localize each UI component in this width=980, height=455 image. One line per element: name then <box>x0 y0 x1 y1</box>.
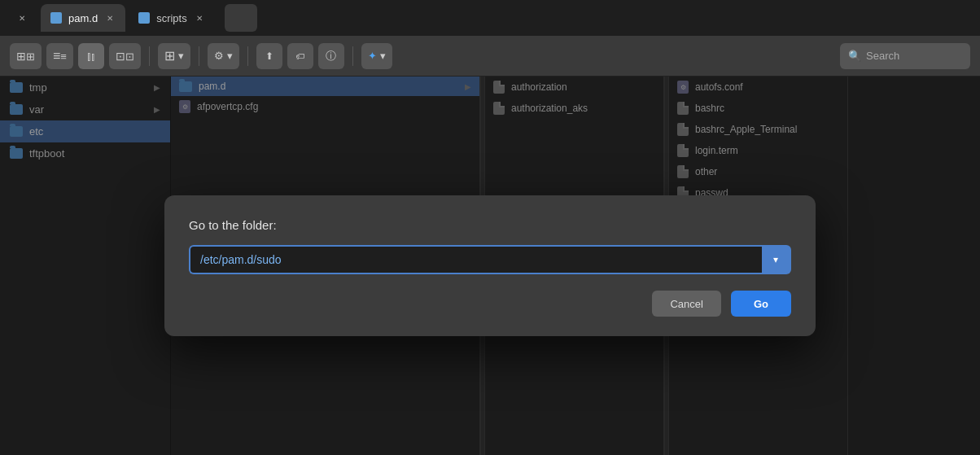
search-icon: 🔍 <box>848 50 861 62</box>
tab-scripts-label: scripts <box>156 12 187 24</box>
tag-button[interactable] <box>287 43 313 69</box>
dropbox-button[interactable] <box>361 43 392 69</box>
search-placeholder: Search <box>866 50 899 62</box>
folder-path-input[interactable] <box>189 245 762 274</box>
chevron-down-icon <box>380 50 386 62</box>
tab-pamd-label: pam.d <box>68 12 98 24</box>
close-icon[interactable]: ✕ <box>104 12 116 24</box>
main-area: tmp ▶ var ▶ etc tftpboot pam.d ▶ ⚙ <box>0 77 980 455</box>
cancel-button[interactable]: Cancel <box>652 291 720 317</box>
tab-pamd[interactable]: pam.d ✕ <box>41 4 125 32</box>
go-button[interactable]: Go <box>731 291 791 317</box>
chevron-down-icon <box>227 50 233 62</box>
gallery-icon: ⊡ <box>116 50 134 63</box>
share-icon <box>265 50 273 62</box>
close-icon[interactable]: ✕ <box>16 12 28 24</box>
tab-scripts[interactable]: scripts ✕ <box>129 4 215 32</box>
tag-icon <box>295 50 304 62</box>
goto-folder-dialog: Go to the folder: ▾ Cancel Go <box>164 195 816 336</box>
columns-icon: ⫿ <box>86 50 96 63</box>
gear-icon <box>214 50 224 62</box>
grid-icon: ⊞ <box>16 50 35 63</box>
new-tab-button[interactable] <box>225 4 257 32</box>
dropdown-button[interactable]: ▾ <box>762 245 791 274</box>
toolbar-separator4 <box>352 46 353 66</box>
share-button[interactable] <box>256 43 282 69</box>
folder-icon <box>138 12 150 24</box>
gear-button[interactable] <box>208 43 239 69</box>
dialog-title: Go to the folder: <box>189 218 791 232</box>
grid-view-button[interactable]: ⊞ <box>10 43 42 69</box>
dialog-buttons: Cancel Go <box>189 291 791 317</box>
toolbar-separator3 <box>247 46 248 66</box>
arrange-button[interactable]: ⊞ <box>158 43 190 69</box>
close-icon[interactable]: ✕ <box>194 12 205 24</box>
dialog-overlay: Go to the folder: ▾ Cancel Go <box>0 77 980 455</box>
folder-icon <box>50 12 62 24</box>
tab-bar: ✕ pam.d ✕ scripts ✕ <box>0 0 980 36</box>
search-bar[interactable]: 🔍 Search <box>840 43 970 69</box>
chevron-down-icon <box>178 50 184 62</box>
toolbar-separator2 <box>199 46 199 66</box>
arrange-icon: ⊞ <box>164 48 175 63</box>
info-button[interactable] <box>318 43 344 69</box>
list-icon: ≡ <box>53 49 67 63</box>
toolbar: ⊞ ≡ ⫿ ⊡ ⊞ 🔍 Search <box>0 36 980 77</box>
columns-view-button[interactable]: ⫿ <box>78 43 104 69</box>
list-view-button[interactable]: ≡ <box>46 43 73 69</box>
info-icon <box>326 49 336 63</box>
tab-unnamed[interactable]: ✕ <box>7 4 37 32</box>
toolbar-separator <box>149 46 150 66</box>
dropbox-icon <box>368 50 377 62</box>
chevron-down-icon: ▾ <box>773 254 778 265</box>
gallery-view-button[interactable]: ⊡ <box>109 43 141 69</box>
dialog-input-row: ▾ <box>189 245 791 274</box>
